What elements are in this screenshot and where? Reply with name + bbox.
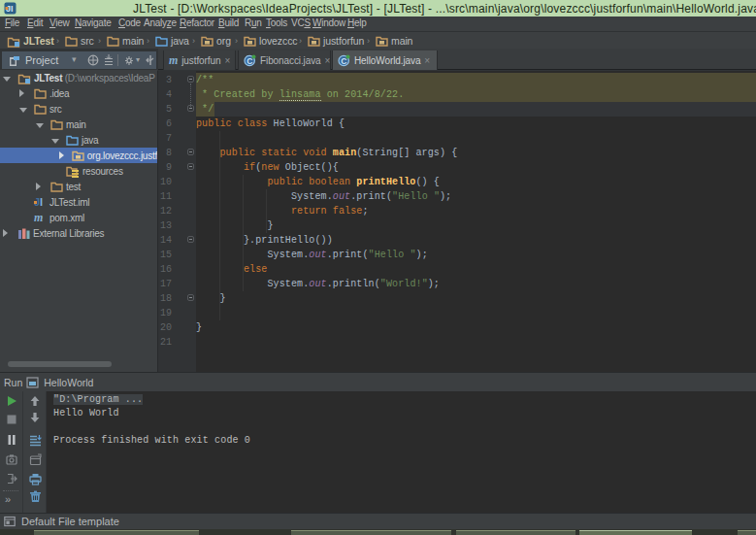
svg-text:C: C	[247, 55, 252, 65]
svg-text:C: C	[341, 55, 346, 65]
svg-text:I: I	[40, 196, 43, 208]
